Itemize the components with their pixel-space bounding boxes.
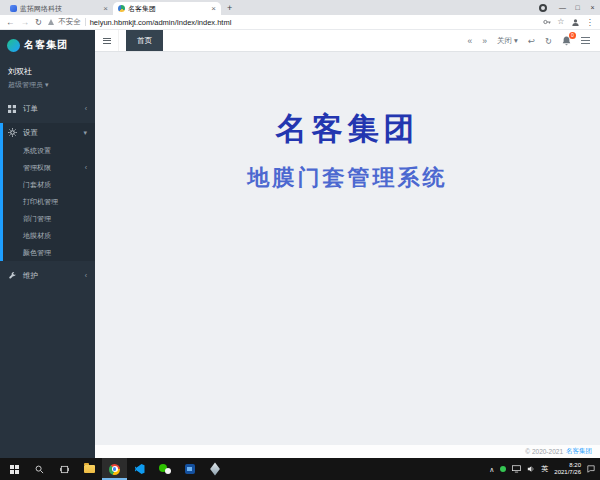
notification-bell[interactable]: 0 <box>562 36 571 46</box>
url-text[interactable]: heiyun.hbmkjt.com/admin/Index/index.html <box>90 18 232 27</box>
vscode-button[interactable] <box>127 458 152 480</box>
submenu-label: 部门管理 <box>23 214 51 224</box>
chrome-icon <box>109 464 120 475</box>
ime-indicator[interactable]: 英 <box>541 464 548 474</box>
sidebar-item-label: 订单 <box>23 104 38 114</box>
chevron-left-icon: ‹ <box>85 105 87 112</box>
wrench-icon <box>8 271 18 280</box>
windows-taskbar: ∧ 英 8:20 2021/7/26 <box>0 458 600 480</box>
wechat-button[interactable] <box>152 458 177 480</box>
address-bar: ← → ↻ 不安全 heiyun.hbmkjt.com/admin/Index/… <box>0 15 600 30</box>
sidebar-item-color[interactable]: 颜色管理 <box>3 244 95 261</box>
bookmark-star-icon[interactable]: ☆ <box>557 18 564 26</box>
network-display-icon[interactable] <box>512 465 521 473</box>
reload-icon[interactable]: ↻ <box>35 18 42 27</box>
collapse-sidebar-button[interactable] <box>95 30 119 51</box>
submenu-label: 门套材质 <box>23 180 51 190</box>
workspace: 首页 « » 关闭 ▾ ↩ ↻ 0 <box>95 30 600 458</box>
forward-icon[interactable]: → <box>21 18 30 27</box>
minimize-button[interactable]: — <box>555 0 570 15</box>
submenu-label: 系统设置 <box>23 146 51 156</box>
scroll-tabs-right-icon[interactable]: » <box>482 36 487 46</box>
sidebar-item-label: 维护 <box>23 271 38 281</box>
tab1-close-icon[interactable]: × <box>103 5 108 13</box>
sidebar-logo[interactable]: 名客集团 <box>0 30 95 60</box>
start-button[interactable] <box>2 458 27 480</box>
grid-icon <box>8 105 18 113</box>
sidebar-item-film-material[interactable]: 地膜材质 <box>3 227 95 244</box>
task-view-button[interactable] <box>52 458 77 480</box>
task-view-icon <box>60 465 69 474</box>
browser-menu-icon[interactable]: ⋮ <box>586 18 595 27</box>
chevron-down-icon: ▾ <box>83 129 87 137</box>
undo-icon[interactable]: ↩ <box>528 36 535 46</box>
screen: 蓝拓网络科技 × 名客集团 × + — □ × ← → ↻ 不安全 heiyun… <box>0 0 600 480</box>
user-name: 刘双社 <box>8 66 87 77</box>
volume-icon[interactable] <box>527 465 535 473</box>
page-footer: © 2020-2021 名客集团 <box>95 445 600 458</box>
sidebar-item-door-material[interactable]: 门套材质 <box>3 176 95 193</box>
blue-app-icon <box>185 464 195 474</box>
close-window-button[interactable]: × <box>585 0 600 15</box>
gray-app-button[interactable] <box>202 458 227 480</box>
browser-tab-2[interactable]: 名客集团 × <box>113 2 221 15</box>
new-tab-button[interactable]: + <box>227 4 232 13</box>
user-role-label: 超级管理员 <box>8 80 43 90</box>
maximize-button[interactable]: □ <box>570 0 585 15</box>
taskbar-search-button[interactable] <box>27 458 52 480</box>
tab-home[interactable]: 首页 <box>126 30 163 51</box>
browser-profile-icon[interactable] <box>539 4 547 12</box>
sidebar-item-department[interactable]: 部门管理 <box>3 210 95 227</box>
system-tray: ∧ 英 8:20 2021/7/26 <box>489 462 600 476</box>
scroll-tabs-left-icon[interactable]: « <box>468 36 473 46</box>
clock-date: 2021/7/26 <box>554 469 581 476</box>
blue-app-button[interactable] <box>177 458 202 480</box>
file-explorer-button[interactable] <box>77 458 102 480</box>
hamburger-icon <box>103 38 111 44</box>
sidebar-item-system-settings[interactable]: 系统设置 <box>3 142 95 159</box>
workspace-tools: « » 关闭 ▾ ↩ ↻ 0 <box>468 30 600 51</box>
sidebar-item-permissions[interactable]: 管理权限‹ <box>3 159 95 176</box>
wechat-tray-icon[interactable] <box>500 466 506 472</box>
chrome-button[interactable] <box>102 458 127 480</box>
omnibox[interactable]: 不安全 heiyun.hbmkjt.com/admin/Index/index.… <box>48 17 537 27</box>
sidebar-item-printer[interactable]: 打印机管理 <box>3 193 95 210</box>
user-role-dropdown[interactable]: 超级管理员 ▾ <box>8 80 87 90</box>
browser-tabstrip: 蓝拓网络科技 × 名客集团 × + — □ × <box>0 0 600 15</box>
submenu-label: 管理权限 <box>23 163 51 173</box>
list-menu-icon[interactable] <box>581 37 590 44</box>
workspace-header: 首页 « » 关闭 ▾ ↩ ↻ 0 <box>95 30 600 52</box>
taskbar-clock[interactable]: 8:20 2021/7/26 <box>554 462 581 476</box>
chevron-down-icon: ▾ <box>514 36 518 45</box>
tab-home-label: 首页 <box>137 36 152 46</box>
action-center-icon[interactable] <box>587 465 595 473</box>
tab2-title: 名客集团 <box>128 4 208 14</box>
close-tabs-dropdown[interactable]: 关闭 ▾ <box>497 36 518 46</box>
sidebar-item-orders[interactable]: 订单 ‹ <box>0 99 95 118</box>
close-tabs-label: 关闭 <box>497 36 512 46</box>
back-icon[interactable]: ← <box>6 18 15 27</box>
browser-tab-1[interactable]: 蓝拓网络科技 × <box>5 2 113 15</box>
tab2-favicon <box>118 5 125 12</box>
gear-icon <box>8 128 18 137</box>
chevron-left-icon: ‹ <box>85 272 87 279</box>
tray-expand-icon[interactable]: ∧ <box>489 466 494 473</box>
tab2-close-icon[interactable]: × <box>211 5 216 13</box>
logo-icon <box>7 39 20 52</box>
refresh-icon[interactable]: ↻ <box>545 36 552 46</box>
sidebar-item-settings[interactable]: 设置 ▾ <box>3 123 95 142</box>
profile-avatar-icon[interactable] <box>571 18 580 27</box>
tab1-title: 蓝拓网络科技 <box>20 4 100 14</box>
admin-page: 名客集团 刘双社 超级管理员 ▾ 订单 ‹ <box>0 30 600 458</box>
company-link[interactable]: 名客集团 <box>566 447 592 456</box>
security-label[interactable]: 不安全 <box>58 17 81 27</box>
submenu-label: 打印机管理 <box>23 197 58 207</box>
sidebar-item-label: 设置 <box>23 128 38 138</box>
wechat-icon <box>159 464 171 474</box>
submenu-label: 颜色管理 <box>23 248 51 258</box>
tab1-favicon <box>10 5 17 12</box>
window-controls: — □ × <box>539 0 600 15</box>
submenu-label: 地膜材质 <box>23 231 51 241</box>
key-icon[interactable] <box>543 18 551 26</box>
sidebar-item-maintenance[interactable]: 维护 ‹ <box>0 266 95 285</box>
